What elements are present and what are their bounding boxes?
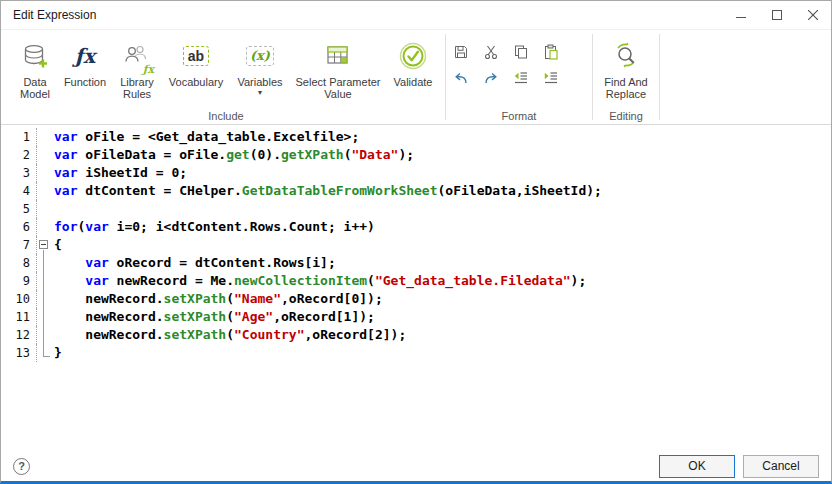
code-line[interactable]: 12 newRecord.setXPath("Country",oRecord[… (1, 326, 831, 344)
library-rules-button[interactable]: ƒx Library Rules (111, 36, 163, 100)
help-icon[interactable]: ? (13, 458, 30, 475)
code-line[interactable]: 3var iSheetId = 0; (1, 164, 831, 182)
code-line[interactable]: 13} (1, 344, 831, 362)
code-text: var iSheetId = 0; (51, 164, 187, 182)
undo-icon (453, 70, 469, 90)
variables-icon: (x) (246, 38, 274, 74)
undo-button[interactable] (450, 70, 472, 90)
group-label-editing: Editing (593, 110, 659, 122)
code-line[interactable]: 10 newRecord.setXPath("Name",oRecord[0])… (1, 290, 831, 308)
redo-button[interactable] (480, 70, 502, 90)
select-parameter-value-label: Select Parameter Value (291, 76, 385, 100)
select-parameter-value-button[interactable]: Select Parameter Value (291, 36, 385, 100)
find-and-replace-button[interactable]: Find And Replace (597, 36, 655, 100)
data-model-button[interactable]: Data Model (11, 36, 59, 100)
maximize-button[interactable] (759, 1, 795, 29)
data-model-label: Data Model (11, 76, 59, 100)
toolbar-group-include: Data Model ƒx Function ƒx Library Rules (7, 30, 445, 124)
validate-icon (397, 38, 429, 74)
code-line[interactable]: 2var oFileData = oFile.get(0).getXPath("… (1, 146, 831, 164)
code-text: var newRecord = Me.newCollectionItem("Ge… (51, 272, 586, 290)
line-number: 4 (1, 182, 37, 200)
minimize-icon (736, 10, 746, 20)
line-number: 13 (1, 344, 37, 362)
fold-margin (37, 200, 51, 218)
fold-margin (37, 326, 51, 344)
fold-margin (37, 146, 51, 164)
save-icon (453, 44, 469, 64)
code-line[interactable]: 9 var newRecord = Me.newCollectionItem("… (1, 272, 831, 290)
code-line[interactable]: 8 var oRecord = dtContent.Rows[i]; (1, 254, 831, 272)
validate-button[interactable]: Validate (385, 36, 441, 88)
fold-margin (37, 164, 51, 182)
select-parameter-value-icon (324, 38, 352, 74)
ok-button[interactable]: OK (659, 455, 735, 478)
line-number: 11 (1, 308, 37, 326)
validate-label: Validate (394, 76, 433, 88)
fold-margin (37, 272, 51, 290)
minimize-button[interactable] (723, 1, 759, 29)
vocabulary-button[interactable]: ab Vocabulary (163, 36, 229, 88)
find-and-replace-label: Find And Replace (597, 76, 655, 100)
library-rules-label: Library Rules (111, 76, 163, 100)
increase-indent-button[interactable] (540, 70, 562, 90)
data-model-icon (21, 38, 49, 74)
code-text: } (51, 344, 62, 362)
fold-margin (37, 182, 51, 200)
vocabulary-label: Vocabulary (169, 76, 223, 88)
code-text: for(var i=0; i<dtContent.Rows.Count; i++… (51, 218, 375, 236)
toolbar: Data Model ƒx Function ƒx Library Rules (1, 30, 831, 125)
fold-margin (37, 290, 51, 308)
code-text: { (51, 236, 62, 254)
window-title: Edit Expression (1, 8, 723, 22)
paste-button[interactable] (540, 44, 562, 64)
code-line[interactable]: 5 (1, 200, 831, 218)
function-label: Function (64, 76, 106, 88)
fold-margin (37, 344, 51, 362)
paste-icon (543, 44, 559, 64)
code-line[interactable]: 7{ (1, 236, 831, 254)
fold-toggle-icon[interactable] (37, 236, 51, 254)
variables-button[interactable]: (x) Variables ▾ (229, 36, 291, 97)
code-line[interactable]: 11 newRecord.setXPath("Age",oRecord[1]); (1, 308, 831, 326)
line-number: 1 (1, 128, 37, 146)
close-icon (808, 10, 818, 20)
line-number: 2 (1, 146, 37, 164)
code-text: var oFile = <Get_data_table.Excelfile>; (51, 128, 359, 146)
variables-dropdown-icon: ▾ (258, 89, 262, 97)
line-number: 10 (1, 290, 37, 308)
variables-label: Variables (237, 76, 282, 88)
toolbar-group-format: Format (446, 30, 592, 124)
cut-button[interactable] (480, 44, 502, 64)
code-line[interactable]: 6for(var i=0; i<dtContent.Rows.Count; i+… (1, 218, 831, 236)
redo-icon (483, 70, 499, 90)
edit-expression-dialog: Edit Expression Data Model (0, 0, 832, 484)
title-bar: Edit Expression (1, 1, 831, 30)
increase-indent-icon (543, 70, 559, 90)
decrease-indent-button[interactable] (510, 70, 532, 90)
function-button[interactable]: ƒx Function (59, 36, 111, 88)
line-number: 6 (1, 218, 37, 236)
close-button[interactable] (795, 1, 831, 29)
code-text: newRecord.setXPath("Age",oRecord[1]); (51, 308, 375, 326)
cut-icon (483, 44, 499, 64)
line-number: 3 (1, 164, 37, 182)
line-number: 5 (1, 200, 37, 218)
code-line[interactable]: 1var oFile = <Get_data_table.Excelfile>; (1, 128, 831, 146)
save-button[interactable] (450, 44, 472, 64)
fold-margin (37, 218, 51, 236)
decrease-indent-icon (513, 70, 529, 90)
group-label-include: Include (7, 110, 445, 122)
code-line[interactable]: 4var dtContent = CHelper.GetDataTableFro… (1, 182, 831, 200)
library-rules-icon: ƒx (123, 38, 151, 74)
expression-code-editor[interactable]: 1var oFile = <Get_data_table.Excelfile>;… (1, 125, 831, 451)
code-lines: 1var oFile = <Get_data_table.Excelfile>;… (1, 128, 831, 362)
copy-button[interactable] (510, 44, 532, 64)
cancel-button[interactable]: Cancel (743, 455, 819, 478)
function-icon: ƒx (75, 38, 96, 74)
code-text: newRecord.setXPath("Country",oRecord[2])… (51, 326, 406, 344)
fold-margin (37, 254, 51, 272)
fold-margin (37, 128, 51, 146)
code-text: var dtContent = CHelper.GetDataTableFrom… (51, 182, 602, 200)
group-label-format: Format (446, 110, 592, 122)
